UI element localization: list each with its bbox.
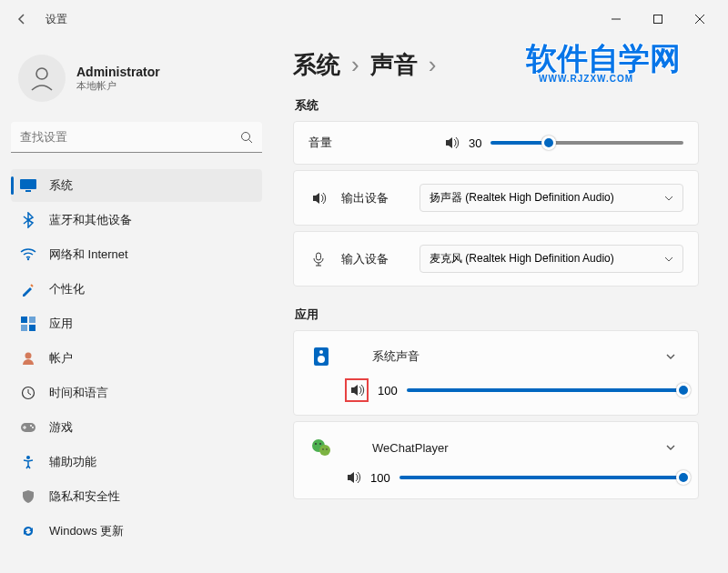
sidebar-item-apps[interactable]: 应用 [11, 307, 262, 340]
highlight-annotation [345, 378, 369, 402]
svg-rect-11 [29, 317, 35, 323]
svg-point-28 [315, 443, 317, 445]
microphone-icon [308, 251, 329, 267]
svg-point-30 [322, 448, 324, 450]
chevron-right-icon: › [429, 51, 437, 79]
accessibility-icon [20, 454, 36, 470]
svg-point-18 [32, 427, 34, 428]
back-button[interactable] [7, 5, 36, 34]
sidebar-item-time[interactable]: 时间和语言 [11, 377, 262, 409]
input-device-value: 麦克风 (Realtek High Definition Audio) [430, 251, 614, 266]
privacy-icon [20, 488, 36, 505]
window-controls [595, 5, 721, 33]
svg-point-24 [319, 350, 323, 354]
titlebar: 设置 [0, 0, 728, 38]
watermark-overlay: 软件自学网 WWW.RJZXW.COM [526, 42, 708, 87]
svg-rect-13 [29, 325, 35, 331]
svg-point-14 [25, 353, 32, 359]
app-name: 系统声音 [372, 348, 658, 365]
volume-value: 30 [469, 136, 481, 150]
main-content: 系统 › 声音 › 软件自学网 WWW.RJZXW.COM 系统 音量 30 输… [273, 38, 728, 573]
output-device-card: 输出设备 扬声器 (Realtek High Definition Audio) [293, 170, 699, 226]
svg-point-19 [26, 456, 30, 459]
sidebar-item-label: 应用 [49, 316, 73, 332]
apps-icon [20, 316, 36, 332]
app-volume-card: 系统声音 100 [293, 330, 699, 416]
search-box[interactable] [11, 122, 262, 153]
speaker-icon[interactable] [349, 382, 365, 398]
volume-card: 音量 30 [293, 121, 699, 165]
sidebar-item-account[interactable]: 帐户 [11, 342, 262, 375]
update-icon [20, 523, 36, 539]
window-title: 设置 [46, 12, 67, 27]
section-system-label: 系统 [295, 97, 699, 114]
svg-rect-12 [21, 325, 27, 331]
search-input[interactable] [20, 130, 240, 144]
sidebar-item-update[interactable]: Windows 更新 [11, 515, 262, 548]
svg-rect-8 [25, 190, 31, 192]
sidebar-item-personalize[interactable]: 个性化 [11, 273, 262, 306]
chevron-right-icon: › [351, 51, 359, 79]
output-device-dropdown[interactable]: 扬声器 (Realtek High Definition Audio) [420, 184, 683, 212]
breadcrumb-child[interactable]: 声音 [370, 49, 418, 81]
sidebar-item-system[interactable]: 系统 [11, 169, 262, 202]
svg-point-27 [319, 445, 330, 456]
speaker-icon[interactable] [345, 469, 361, 486]
wifi-icon [20, 246, 36, 263]
svg-point-29 [319, 443, 321, 445]
output-device-value: 扬声器 (Realtek High Definition Audio) [430, 190, 614, 206]
gaming-icon [20, 419, 36, 436]
sidebar-item-label: 游戏 [49, 419, 73, 436]
svg-point-9 [27, 258, 29, 260]
bluetooth-icon [20, 212, 36, 228]
maximize-button[interactable] [637, 5, 679, 33]
svg-text:WWW.RJZXW.COM: WWW.RJZXW.COM [539, 74, 633, 84]
chevron-down-icon [664, 194, 673, 203]
speaker-icon [308, 190, 329, 206]
sidebar-item-label: 个性化 [49, 281, 85, 297]
input-label: 输入设备 [341, 251, 420, 267]
sidebar-item-label: 辅助功能 [49, 454, 96, 470]
svg-point-25 [318, 356, 325, 363]
time-icon [20, 385, 36, 401]
svg-rect-1 [654, 15, 662, 24]
sidebar-item-gaming[interactable]: 游戏 [11, 411, 262, 444]
sidebar-item-label: 帐户 [49, 350, 73, 367]
sidebar-item-label: 系统 [49, 177, 73, 194]
speaker-icon[interactable] [443, 135, 460, 151]
input-device-card: 输入设备 麦克风 (Realtek High Definition Audio) [293, 231, 699, 286]
volume-slider[interactable] [490, 141, 683, 145]
sidebar-item-accessibility[interactable]: 辅助功能 [11, 446, 262, 478]
search-icon [240, 131, 253, 144]
output-label: 输出设备 [341, 190, 420, 206]
sidebar-item-label: 蓝牙和其他设备 [49, 212, 132, 228]
app-name: WeChatPlayer [372, 441, 658, 455]
sidebar-item-wifi[interactable]: 网络和 Internet [11, 238, 262, 271]
app-volume-card: WeChatPlayer 100 [293, 421, 699, 499]
app-volume-slider[interactable] [407, 388, 683, 392]
volume-label: 音量 [308, 135, 443, 151]
personalize-icon [20, 281, 36, 297]
input-device-dropdown[interactable]: 麦克风 (Realtek High Definition Audio) [420, 245, 683, 273]
user-profile[interactable]: Administrator 本地帐户 [11, 47, 262, 109]
svg-text:软件自学网: 软件自学网 [526, 42, 681, 75]
svg-point-17 [30, 425, 32, 427]
app-volume-slider[interactable] [399, 476, 683, 479]
breadcrumb-root[interactable]: 系统 [293, 49, 340, 81]
close-button[interactable] [679, 5, 721, 33]
svg-rect-10 [21, 317, 27, 323]
chevron-down-icon [664, 255, 673, 264]
sidebar-item-label: 隐私和安全性 [49, 488, 120, 505]
sidebar-item-label: Windows 更新 [49, 523, 124, 539]
expand-button[interactable] [658, 344, 683, 369]
minimize-button[interactable] [595, 5, 637, 33]
sidebar-item-label: 时间和语言 [49, 385, 108, 401]
sidebar-item-label: 网络和 Internet [49, 246, 128, 263]
expand-button[interactable] [658, 435, 683, 460]
section-apps-label: 应用 [295, 307, 699, 323]
sidebar-item-privacy[interactable]: 隐私和安全性 [11, 480, 262, 513]
app-icon [308, 435, 334, 460]
user-subtitle: 本地帐户 [76, 79, 160, 93]
app-volume-value: 100 [378, 384, 398, 397]
sidebar-item-bluetooth[interactable]: 蓝牙和其他设备 [11, 204, 262, 236]
